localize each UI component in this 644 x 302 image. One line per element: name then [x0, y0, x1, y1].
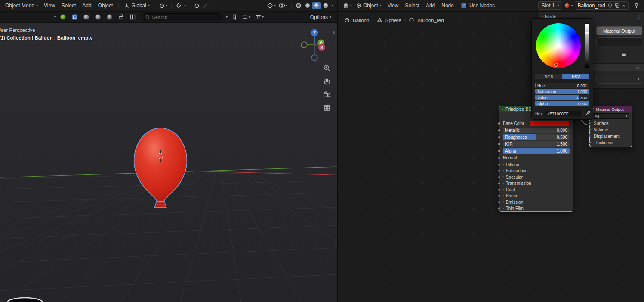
pan-hand-icon[interactable]: [324, 79, 329, 84]
shading-solid-button[interactable]: [303, 2, 312, 9]
panel-diffuse[interactable]: ›Diffuse: [503, 162, 570, 167]
proportional-falloff-selector[interactable]: ▾: [201, 2, 212, 9]
slot-selector[interactable]: Slot 1▾: [538, 1, 563, 10]
collapse-chevron-icon[interactable]: ▾: [502, 108, 504, 111]
menu-list-icon[interactable]: ≡: [622, 51, 626, 57]
metallic-socket[interactable]: [498, 129, 501, 132]
ior-socket[interactable]: [498, 143, 501, 146]
sphere-tool-button-3[interactable]: [105, 13, 114, 21]
panel-subsurface[interactable]: ›Subsurface: [503, 168, 570, 174]
menu-add[interactable]: Add: [79, 1, 94, 10]
breadcrumb-mesh[interactable]: Sphere: [385, 18, 401, 23]
panel-emission[interactable]: ›Emission: [503, 199, 570, 205]
editor-type-selector[interactable]: ▾: [342, 2, 353, 10]
camera-view-icon[interactable]: [324, 92, 330, 97]
shading-material-button[interactable]: [312, 2, 321, 9]
sphere-tool-button-1[interactable]: [82, 13, 91, 21]
printer-tool-button[interactable]: [117, 13, 126, 21]
normal-socket[interactable]: [498, 156, 501, 159]
duplicate-icon[interactable]: [615, 3, 620, 8]
node-label-field[interactable]: [596, 37, 642, 46]
tab-rgb[interactable]: RGB: [535, 74, 562, 79]
color-wheel-cursor[interactable]: [554, 63, 558, 67]
saturation-slider[interactable]: Saturation 1.000: [535, 89, 589, 94]
breadcrumb-material[interactable]: Balloon_red: [417, 18, 444, 23]
orthographic-toggle-icon[interactable]: [324, 105, 330, 110]
pivot-point-selector[interactable]: ▾: [158, 2, 169, 9]
panel-grip-icon[interactable]: ⠿: [637, 15, 641, 20]
shader-type-selector[interactable]: Object▾: [354, 1, 384, 10]
search-input[interactable]: [152, 15, 218, 20]
menu-add[interactable]: Add: [423, 1, 438, 10]
navigation-gizmo[interactable]: Y Z X: [301, 29, 325, 61]
snap-toggle[interactable]: [174, 2, 182, 9]
sidebar-collapse-arrow[interactable]: ‹: [333, 28, 335, 35]
pin-button[interactable]: [632, 2, 641, 9]
metallic-slider[interactable]: Metallic 0.000: [503, 128, 570, 133]
breadcrumb-object[interactable]: Balloon: [353, 18, 369, 23]
snap-settings[interactable]: ▾: [183, 3, 187, 8]
hex-input[interactable]: #E71000FF: [545, 111, 583, 116]
emission-panel-socket[interactable]: [498, 201, 501, 204]
shading-settings[interactable]: ▾: [330, 3, 335, 8]
thin-film-panel-socket[interactable]: [498, 207, 501, 210]
surface-socket[interactable]: [588, 121, 591, 125]
base-color-socket[interactable]: [498, 122, 501, 125]
menu-object[interactable]: Object: [95, 1, 116, 10]
panel-transmission[interactable]: ›Transmission: [503, 181, 570, 186]
show-gizmo-toggle[interactable]: ▾: [266, 2, 277, 9]
volume-socket[interactable]: [588, 128, 591, 131]
panel-dropdown[interactable]: ▾: [596, 75, 642, 84]
panel-coat[interactable]: ›Coat: [503, 187, 570, 192]
active-tool-button[interactable]: [70, 13, 79, 21]
menu-node[interactable]: Node: [438, 1, 457, 10]
ior-slider[interactable]: IOR 1.500: [503, 141, 570, 147]
panel-grip-icon[interactable]: ⠿: [636, 65, 640, 71]
show-overlays-toggle[interactable]: ▾: [277, 2, 289, 9]
material-output-header[interactable]: ▾ Material Output: [590, 106, 632, 112]
panel-thin-film[interactable]: ›Thin Film: [503, 206, 570, 211]
color-wheel[interactable]: [536, 23, 581, 68]
panel-sheen[interactable]: ›Sheen: [503, 193, 570, 199]
unlink-x-icon[interactable]: ×: [622, 3, 626, 8]
tab-hsv[interactable]: HSV: [562, 74, 589, 79]
base-color-swatch[interactable]: [530, 121, 570, 126]
thickness-socket[interactable]: [588, 141, 591, 144]
alpha-socket[interactable]: [498, 149, 501, 153]
menu-select[interactable]: Select: [59, 1, 79, 10]
sheen-panel-socket[interactable]: [498, 194, 501, 197]
active-node-name-field[interactable]: Material Output: [596, 26, 642, 35]
filter-selector[interactable]: ▾: [254, 13, 265, 21]
viewport-search[interactable]: [142, 13, 222, 21]
fake-user-shield-icon[interactable]: [607, 3, 613, 8]
options-menu[interactable]: Options▾: [308, 13, 334, 22]
panel-specular[interactable]: ›Specular: [503, 174, 570, 180]
principled-bsdf-node[interactable]: ▾ Principled BSDF Base Color Metallic 0.…: [499, 106, 573, 212]
matcap-ball-button[interactable]: [59, 13, 68, 21]
gizmo-neg-y-ball[interactable]: [301, 42, 307, 48]
hue-slider[interactable]: Hue 0.001: [535, 83, 589, 88]
grid-tool-button[interactable]: [128, 13, 137, 21]
diffuse-panel-socket[interactable]: [498, 163, 501, 166]
value-slider-handle[interactable]: [585, 32, 589, 34]
menu-view[interactable]: View: [41, 1, 58, 10]
sphere-tool-button-2[interactable]: [93, 13, 102, 21]
transmission-panel-socket[interactable]: [498, 182, 501, 185]
material-name-field[interactable]: Balloon_red ×: [575, 1, 629, 10]
specular-panel-socket[interactable]: [498, 176, 501, 179]
eyedropper-icon[interactable]: [585, 111, 590, 116]
value-slider-vertical[interactable]: [585, 23, 589, 68]
menu-select[interactable]: Select: [402, 1, 422, 10]
shading-wireframe-button[interactable]: [294, 2, 303, 9]
use-nodes-checkbox[interactable]: ✓ Use Nodes: [460, 2, 496, 9]
roughness-slider[interactable]: Roughness 0.500: [503, 134, 570, 140]
output-target-select[interactable]: All ▾: [592, 113, 629, 119]
chevron-down-icon[interactable]: ▾: [226, 16, 228, 19]
balloon-body[interactable]: [134, 128, 187, 202]
viewport-canvas[interactable]: Y Z X: [0, 23, 337, 302]
material-browser[interactable]: ▾: [563, 2, 574, 9]
zoom-tool-icon[interactable]: [324, 65, 330, 71]
alpha-slider[interactable]: Alpha 1.000: [503, 148, 570, 154]
value-slider[interactable]: Value 0.800: [535, 95, 589, 100]
orientation-selector[interactable]: Global▾: [121, 1, 152, 10]
